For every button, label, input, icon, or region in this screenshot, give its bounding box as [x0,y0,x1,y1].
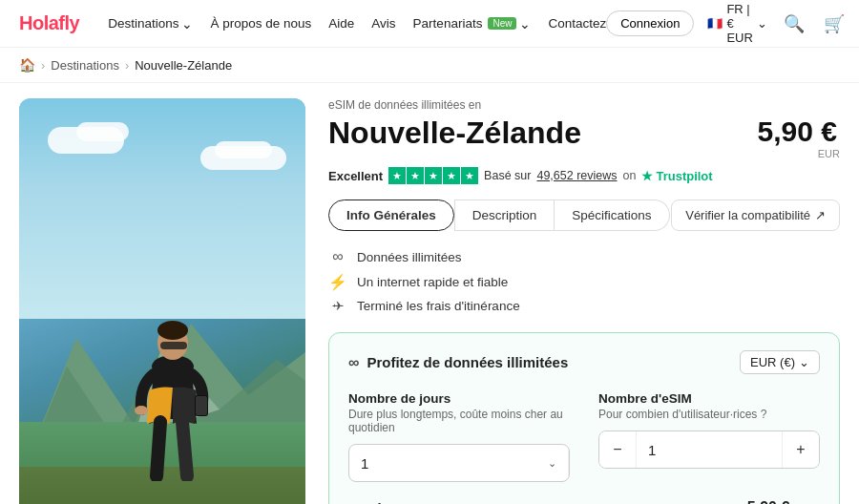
logo[interactable]: Holafly [19,12,79,34]
days-sublabel: Dure plus longtemps, coûte moins cher au… [348,408,570,434]
plan-title: ∞ Profitez de données illimitées [348,354,568,371]
star-2: ★ [407,167,424,184]
plan-controls: Nombre de jours Dure plus longtemps, coû… [348,391,820,482]
new-badge: New [488,17,516,30]
header: Holafly Destinations ⌄ À propos de nous … [0,0,859,48]
esim-sublabel: Pour combien d'utilisateur·rices ? [598,408,820,421]
tab-description[interactable]: Description [454,200,555,231]
days-value: 1 [361,455,368,472]
chevron-down-icon: ⌄ [799,355,809,369]
price-value: 5,90 € [758,116,837,147]
esim-subtitle: eSIM de données illimitées en [328,98,840,112]
nav-contact[interactable]: Contactez [548,16,606,31]
feature-unlimited: ∞ Données illimitées [328,248,840,265]
svg-rect-8 [196,396,207,415]
cart-button[interactable]: 🛒 [821,10,848,37]
tab-info-generales[interactable]: Info Générales [328,200,454,231]
trustpilot-logo: ★ Trustpilot [641,169,712,183]
trustpilot-on: on [623,169,637,182]
plan-infinity-icon: ∞ [348,354,359,371]
feature-fast-text: Un internet rapide et fiable [357,275,508,289]
feature-roaming-text: Terminé les frais d'itinérance [357,299,520,313]
chevron-down-icon: ⌄ [181,16,193,32]
esim-value: 1 [648,442,656,458]
product-title: Nouvelle-Zélande [328,116,581,151]
nav-avis[interactable]: Avis [371,16,395,31]
esim-decrement-button[interactable]: − [599,431,636,468]
product-info: eSIM de données illimitées en Nouvelle-Z… [328,98,840,504]
breadcrumb: 🏠 › Destinations › Nouvelle-Zélande [0,48,859,83]
destinations-link[interactable]: Destinations [51,58,119,73]
star-5: ★ [461,167,478,184]
esim-control: Nombre d'eSIM Pour combien d'utilisateur… [598,391,820,482]
star-4: ★ [443,167,460,184]
days-control: Nombre de jours Dure plus longtemps, coû… [348,391,570,482]
nav-partenariats[interactable]: Partenariats New ⌄ [413,16,532,32]
feature-fast: ⚡ Un internet rapide et fiable [328,273,840,291]
flag-icon: 🇫🇷 [707,16,723,31]
esim-increment-button[interactable]: + [783,431,819,468]
home-link[interactable]: 🏠 [19,57,35,73]
chevron-down-icon: ⌄ [757,16,767,31]
plan-header: ∞ Profitez de données illimitées EUR (€)… [348,350,820,374]
home-icon: 🏠 [19,57,35,73]
trustpilot-excellent: Excellent [328,169,383,183]
header-right: Connexion 🇫🇷 FR | € EUR ⌄ 🔍 🛒 [606,2,848,45]
cloud-4 [215,141,272,158]
trustpilot-reviews-link[interactable]: 49,652 reviews [536,169,617,182]
person-silhouette [120,300,225,481]
days-chevron-icon: ⌄ [548,457,556,470]
product-image [19,98,305,504]
nav-aide[interactable]: Aide [328,16,354,31]
nav-about[interactable]: À propos de nous [210,16,311,31]
currency-selector[interactable]: EUR (€) ⌄ [740,350,820,374]
nav-destinations[interactable]: Destinations ⌄ [108,16,193,32]
days-display: 1 ⌄ [349,445,569,481]
days-stepper: 1 ⌄ [348,444,570,482]
external-link-icon: ↗ [815,208,826,222]
esim-label: Nombre d'eSIM [598,391,820,406]
svg-rect-6 [160,342,187,349]
esim-stepper: − 1 + [598,430,820,469]
star-1: ★ [388,167,406,184]
search-button[interactable]: 🔍 [781,10,807,37]
total-price: 5,90 € EUR [747,499,820,504]
product-tabs: Info Générales Description Spécification… [328,200,840,231]
compat-button[interactable]: Vérifier la compatibilité ↗ [671,200,840,231]
cloud-2 [76,122,129,141]
language-selector[interactable]: 🇫🇷 FR | € EUR ⌄ [707,2,766,45]
tab-specifications[interactable]: Spécifications [555,200,669,231]
days-label: Nombre de jours [348,391,570,406]
main-content: eSIM de données illimitées en Nouvelle-Z… [0,83,859,504]
features-list: ∞ Données illimitées ⚡ Un internet rapid… [328,248,840,313]
chevron-down-icon: ⌄ [519,16,531,32]
esim-display: 1 [636,431,783,468]
lightning-icon: ⚡ [328,273,347,291]
no-roaming-icon: ✈ [328,299,347,313]
total-label: Total [348,500,382,505]
svg-point-5 [157,321,188,340]
breadcrumb-sep-2: › [125,58,129,73]
breadcrumb-current: Nouvelle-Zélande [135,58,232,73]
svg-point-9 [135,406,148,415]
plan-box: ∞ Profitez de données illimitées EUR (€)… [328,332,840,504]
breadcrumb-sep-1: › [41,58,45,73]
nav: Destinations ⌄ À propos de nous Aide Avi… [108,16,606,32]
connexion-button[interactable]: Connexion [606,10,694,36]
star-3: ★ [425,167,442,184]
infinity-icon: ∞ [328,248,347,265]
feature-unlimited-text: Données illimitées [357,250,462,264]
tabs-left: Info Générales Description Spécification… [328,200,670,231]
trustpilot-star-icon: ★ [641,169,653,183]
product-price: 5,90 € EUR [758,116,840,159]
trustpilot-reviews-text: Basé sur [484,169,531,182]
trustpilot-stars: ★ ★ ★ ★ ★ [388,167,478,184]
trustpilot-row: Excellent ★ ★ ★ ★ ★ Basé sur 49,652 revi… [328,167,840,184]
feature-roaming: ✈ Terminé les frais d'itinérance [328,299,840,313]
plan-total-row: Total 5,90 € EUR [348,499,820,504]
price-eur-label: EUR [758,148,840,159]
product-header: Nouvelle-Zélande 5,90 € EUR [328,116,840,159]
